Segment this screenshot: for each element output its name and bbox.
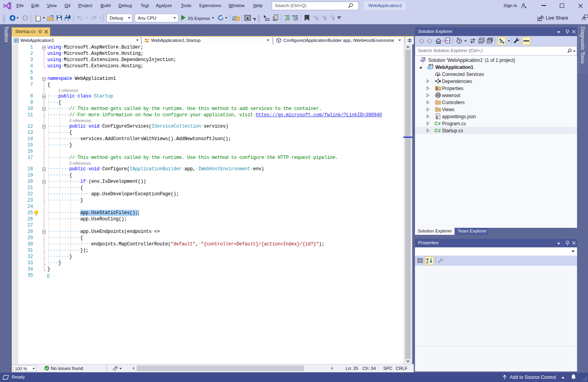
svg-text:Z: Z [426, 261, 428, 264]
svg-text:C#: C# [435, 121, 441, 126]
svg-text:C#: C# [435, 128, 441, 133]
